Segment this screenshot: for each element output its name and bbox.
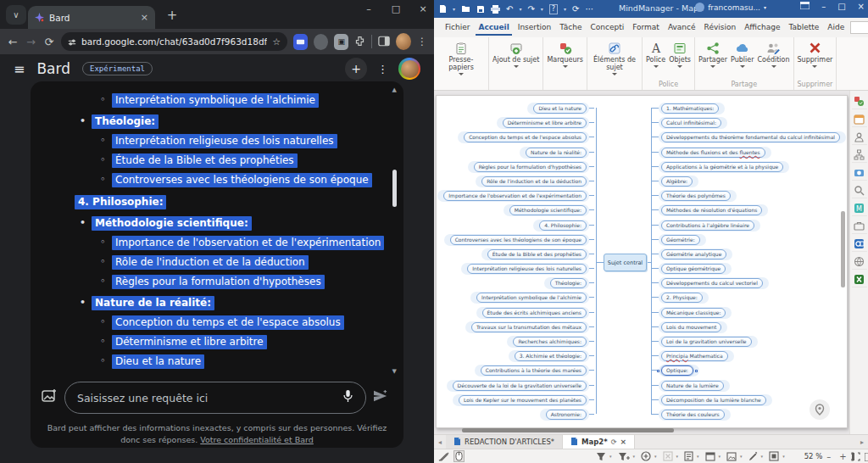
ribbon-button-add-topic[interactable]: Ajout de sujet	[491, 39, 541, 80]
tab-close-icon[interactable]: ×	[620, 438, 626, 446]
extension-icon-3[interactable]: ▣	[334, 34, 348, 50]
upload-image-icon[interactable]	[41, 388, 58, 408]
map-topic[interactable]: Lois du mouvement	[661, 322, 721, 332]
scroll-down-icon[interactable]: ▼	[392, 368, 397, 375]
format-painter-icon[interactable]	[748, 451, 758, 461]
prompt-input-pill[interactable]	[64, 382, 366, 414]
map-canvas[interactable]: Sujet central Dieu et la natureDétermini…	[434, 91, 849, 434]
map-topic[interactable]: Géométrie:	[661, 235, 700, 245]
menu-tab-avance[interactable]: Avancé	[665, 20, 698, 36]
tab-close-icon[interactable]: ×	[141, 12, 148, 23]
open-icon[interactable]	[461, 5, 470, 13]
side-panel-icon[interactable]	[378, 34, 390, 50]
map-parts-icon[interactable]: M	[852, 201, 867, 216]
extension-icon-1[interactable]	[293, 34, 308, 50]
location-pin-icon[interactable]	[810, 399, 830, 420]
ribbon-button-objects[interactable]: Objets	[667, 39, 693, 80]
map-topic[interactable]: Travaux sur la transmutation des métaux	[471, 322, 587, 332]
save-icon[interactable]	[476, 5, 485, 14]
menu-tab-aide[interactable]: Aide	[825, 20, 847, 36]
schedule-icon[interactable]	[705, 451, 715, 461]
map-topic[interactable]: Applications à la géométrie et à la phys…	[661, 162, 783, 172]
more-icon[interactable]: ⋯	[585, 5, 593, 14]
reload-icon[interactable]: ⟳	[43, 36, 55, 48]
filter-icon[interactable]	[596, 452, 606, 461]
power-filter-icon[interactable]	[618, 452, 630, 461]
map-topic[interactable]: Calcul infinitésimal:	[661, 118, 721, 128]
library-icon[interactable]	[852, 219, 867, 234]
profile-avatar[interactable]	[396, 33, 411, 50]
quick-filter-icon[interactable]	[641, 451, 651, 461]
browser-maximize-button[interactable]: □	[390, 3, 402, 14]
menu-tab-revision[interactable]: Révision	[702, 20, 739, 36]
map-topic[interactable]: Lois de Kepler sur le mouvement des plan…	[459, 395, 587, 405]
fit-map-icon[interactable]	[769, 451, 779, 461]
bookmark-star-icon[interactable]: ☆	[272, 36, 281, 47]
ribbon-button-font[interactable]: APolice	[644, 39, 667, 80]
snapshot-icon[interactable]	[852, 165, 867, 181]
map-topic[interactable]: Mécanique classique:	[661, 308, 726, 318]
menu-tab-concepti[interactable]: Concepti	[587, 20, 626, 36]
map-topic[interactable]: Théorie des couleurs	[661, 410, 725, 420]
canvas-horizontal-scrollbar[interactable]	[462, 428, 674, 432]
hierarchy-icon[interactable]	[852, 148, 867, 163]
map-topic[interactable]: Controverses avec les théologiens de son…	[450, 235, 587, 245]
map-topic[interactable]: Décomposition de la lumière blanche	[661, 395, 766, 405]
topic-markers-icon[interactable]	[852, 94, 867, 109]
ribbon-button-publish-cloud[interactable]: Publier	[729, 39, 756, 80]
map-topic[interactable]: Méthodes de résolution d'équations	[661, 205, 762, 215]
search-icon[interactable]	[852, 183, 867, 198]
map-topic[interactable]: Étude de la Bible et des prophéties	[487, 249, 587, 259]
doctab-scroll-right-icon[interactable]: ▸	[856, 435, 868, 449]
map-topic[interactable]: Contributions à la théorie des marées	[481, 365, 587, 376]
map-topic[interactable]: Nature de la lumière	[661, 381, 724, 391]
help-icon[interactable]: ?	[549, 4, 558, 14]
scroll-up-icon[interactable]: ▲	[392, 86, 397, 93]
browser-menu-icon[interactable]: ⋮	[417, 36, 427, 47]
print-icon[interactable]	[491, 5, 500, 14]
map-topic[interactable]: Dieu et la nature	[533, 103, 587, 114]
map-topic[interactable]: Théologie:	[550, 278, 587, 288]
mouse-mode-icon[interactable]	[453, 450, 465, 462]
map-topic[interactable]: Découverte de la loi de la gravitation u…	[453, 381, 587, 391]
map-topic[interactable]: Développements du théorème fondamental d…	[661, 132, 840, 142]
map-topic[interactable]: Recherches alchimiques:	[513, 337, 587, 347]
account-button[interactable]: francomasu... ▾	[695, 3, 766, 12]
map-topic[interactable]: Géométrie analytique	[661, 249, 726, 259]
outline-icon[interactable]	[684, 451, 693, 461]
extension-icon-2[interactable]	[314, 34, 328, 50]
outlook-icon[interactable]	[852, 237, 867, 252]
map-topic[interactable]: 3. Alchimie et théologie:	[515, 351, 587, 361]
doctab-scroll-left-icon[interactable]: ◂	[434, 435, 446, 449]
map-topic[interactable]: Étude des écrits alchimiques anciens	[482, 308, 587, 318]
new-document-icon[interactable]	[439, 4, 447, 14]
menu-tab-insertion[interactable]: Insertion	[515, 20, 554, 36]
doc-tab[interactable]: REDACTION D'ARTICLES*	[446, 435, 563, 449]
hamburger-menu-icon[interactable]: ≡	[14, 61, 25, 77]
menu-tab-tache[interactable]: Tâche	[557, 20, 584, 36]
bard-menu-icon[interactable]: ⋮	[377, 63, 388, 75]
ribbon-button-topic-elements[interactable]: Éléments de sujet	[589, 39, 640, 80]
doc-tab[interactable]: Map2*⟳×	[563, 435, 635, 449]
tab-search-button[interactable]: ∨	[6, 5, 26, 25]
map-topic[interactable]: Importance de l'observation et de l'expé…	[443, 191, 587, 201]
browser-tab-bard[interactable]: Bard ×	[28, 6, 155, 29]
ribbon-button-share[interactable]: Partager	[697, 39, 729, 80]
map-topic[interactable]: Astronomie:	[546, 410, 587, 420]
redo-icon[interactable]: ↷	[527, 5, 534, 14]
map-topic[interactable]: Algèbre:	[661, 176, 693, 187]
ribbon-display-icon[interactable]	[800, 2, 810, 11]
new-chat-button[interactable]: +	[345, 58, 367, 80]
zoom-in-button[interactable]: +	[839, 452, 846, 461]
map-topic[interactable]: Optique:	[661, 365, 693, 376]
ribbon-button-markers[interactable]: Marqueurs	[545, 39, 585, 80]
ribbon-button-delete[interactable]: Supprimer	[796, 39, 835, 80]
map-topic[interactable]: Méthode des fluxions et des fluentes	[661, 148, 765, 158]
ribbon-button-coediting[interactable]: Coédition	[755, 39, 791, 80]
microphone-icon[interactable]	[342, 389, 353, 406]
address-bar[interactable]: bard.google.com/chat/63ad0d7f963d18df ☆	[61, 32, 287, 51]
map-topic[interactable]: Optique géométrique	[661, 264, 726, 274]
mm-maximize-button[interactable]: □	[837, 2, 845, 11]
image-export-icon[interactable]	[726, 452, 737, 461]
map-topic[interactable]: Principia Mathematica	[661, 351, 728, 361]
